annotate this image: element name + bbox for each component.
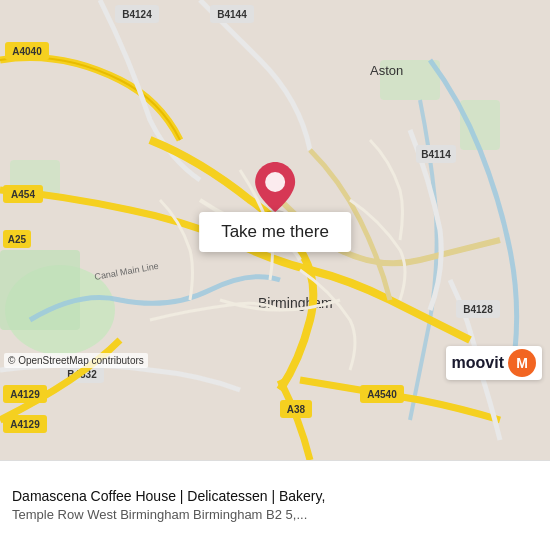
place-address: Temple Row West Birmingham Birmingham B2… — [12, 506, 325, 524]
svg-text:B4114: B4114 — [421, 149, 451, 160]
map-container: A4040 B4124 B4144 A454 Canal Main Line A… — [0, 0, 550, 460]
svg-rect-4 — [460, 100, 500, 150]
take-me-there-wrapper: Take me there — [199, 160, 351, 252]
svg-text:A4129: A4129 — [10, 419, 40, 430]
moovit-logo: moovit M — [446, 346, 542, 380]
moovit-text: moovit — [452, 354, 504, 372]
place-name: Damascena Coffee House | Delicatessen | … — [12, 487, 325, 507]
svg-text:B4124: B4124 — [122, 9, 152, 20]
osm-attribution: © OpenStreetMap contributors — [4, 353, 148, 368]
svg-text:B4144: B4144 — [217, 9, 247, 20]
map-pin-icon — [251, 160, 299, 216]
moovit-icon: M — [508, 349, 536, 377]
bottom-bar: Damascena Coffee House | Delicatessen | … — [0, 460, 550, 550]
take-me-there-button[interactable]: Take me there — [199, 212, 351, 252]
svg-text:A454: A454 — [11, 189, 35, 200]
svg-text:A25: A25 — [8, 234, 27, 245]
svg-point-34 — [265, 172, 285, 192]
place-info: Damascena Coffee House | Delicatessen | … — [12, 487, 325, 525]
svg-text:A4129: A4129 — [10, 389, 40, 400]
moovit-icon-letter: M — [516, 355, 528, 371]
svg-text:A38: A38 — [287, 404, 306, 415]
svg-text:B4128: B4128 — [463, 304, 493, 315]
svg-text:A4540: A4540 — [367, 389, 397, 400]
svg-text:Aston: Aston — [370, 63, 403, 78]
svg-text:A4040: A4040 — [12, 46, 42, 57]
svg-rect-2 — [0, 250, 80, 330]
